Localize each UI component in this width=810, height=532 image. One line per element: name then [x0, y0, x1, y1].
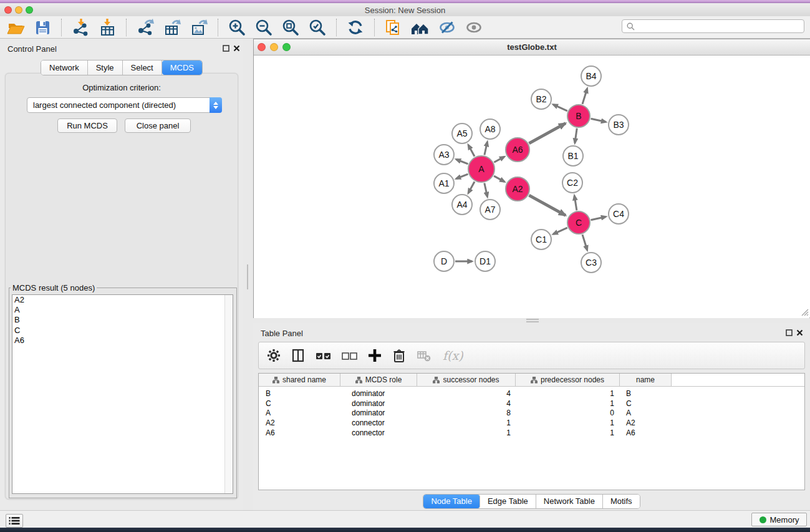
function-builder-button[interactable]: f(x)	[442, 347, 463, 364]
import-table-icon	[98, 18, 117, 37]
node-A7[interactable]: A7	[480, 199, 501, 220]
node-A6[interactable]: A6	[505, 137, 530, 162]
node-A4[interactable]: A4	[451, 194, 473, 215]
mcds-result-item[interactable]: A2	[12, 295, 233, 305]
gear-icon	[267, 349, 281, 362]
table-row[interactable]: Adominator80A	[259, 408, 804, 418]
node-table: shared nameMCDS rolesuccessor nodesprede…	[258, 373, 805, 490]
node-A3[interactable]: A3	[433, 144, 455, 165]
node-B3[interactable]: B3	[608, 114, 629, 135]
fx-icon: f(x)	[442, 347, 463, 364]
node-B[interactable]: B	[567, 104, 591, 128]
svg-text:f(x): f(x)	[443, 349, 463, 362]
delete-column-button[interactable]	[392, 348, 406, 363]
table-row[interactable]: Cdominator41C	[259, 399, 804, 409]
table-row[interactable]: A2connector11A2	[259, 418, 804, 428]
home-button[interactable]	[410, 17, 431, 37]
table-header-row: shared nameMCDS rolesuccessor nodesprede…	[259, 374, 804, 387]
node-B2[interactable]: B2	[531, 89, 552, 110]
delete-table-button[interactable]	[417, 349, 432, 362]
close-panel-icon[interactable]	[233, 45, 240, 52]
copy-network-button[interactable]	[383, 17, 404, 37]
node-A1[interactable]: A1	[433, 173, 455, 194]
search-input[interactable]	[638, 22, 804, 31]
column-header-name[interactable]: name	[620, 374, 672, 386]
run-mcds-button[interactable]: Run MCDS	[57, 118, 117, 133]
tab-node-table[interactable]: Node Table	[423, 495, 480, 508]
import-network-button[interactable]	[70, 17, 91, 37]
search-field[interactable]	[622, 19, 804, 33]
column-header-shared-name[interactable]: shared name	[259, 374, 340, 386]
mcds-result-item[interactable]: B	[12, 315, 233, 325]
node-A[interactable]: A	[468, 155, 495, 183]
network-canvas[interactable]: B4B2BB3A8A5A6A3B1AC2A1A2A4A7C4CC1DD1C3	[254, 56, 809, 318]
node-C[interactable]: C	[567, 211, 591, 235]
status-bar: Memory	[0, 510, 810, 528]
table-tabs-group: Node TableEdge TableNetwork TableMotifs	[423, 494, 640, 509]
select-all-rows-button[interactable]	[316, 350, 331, 361]
node-B1[interactable]: B1	[562, 145, 584, 167]
criterion-dropdown[interactable]: largest connected component (directed)	[27, 97, 222, 113]
toggle-graphics-details-button[interactable]	[436, 17, 458, 37]
save-session-button[interactable]	[32, 17, 53, 37]
zoom-out-button[interactable]	[253, 17, 274, 37]
node-C4[interactable]: C4	[608, 203, 629, 225]
column-header-successor-nodes[interactable]: successor nodes	[417, 374, 516, 386]
float-panel-button[interactable]	[223, 45, 229, 52]
deselect-all-rows-button[interactable]	[342, 350, 357, 361]
tab-network[interactable]: Network	[41, 60, 88, 75]
cell-mcds-role: connector	[340, 428, 417, 437]
node-D[interactable]: D	[433, 251, 455, 272]
cell-predecessor-nodes: 1	[516, 428, 620, 437]
column-header-predecessor-nodes[interactable]: predecessor nodes	[516, 374, 620, 386]
node-D1[interactable]: D1	[475, 251, 496, 272]
tab-style[interactable]: Style	[88, 60, 123, 75]
node-C3[interactable]: C3	[581, 252, 602, 273]
mcds-result-item[interactable]: A6	[12, 336, 233, 346]
close-table-panel-icon[interactable]	[796, 329, 803, 336]
close-panel-button[interactable]: Close panel	[125, 118, 191, 133]
show-hide-button[interactable]	[463, 17, 485, 37]
table-row[interactable]: A6connector11A6	[259, 428, 804, 438]
node-A5[interactable]: A5	[451, 123, 473, 144]
node-B4[interactable]: B4	[581, 65, 602, 87]
zoom-selected-button[interactable]	[307, 17, 328, 37]
task-history-button[interactable]	[6, 514, 23, 528]
export-image-button[interactable]	[188, 17, 210, 37]
export-network-button[interactable]	[135, 17, 156, 37]
tab-motifs[interactable]: Motifs	[603, 495, 640, 508]
add-column-button[interactable]	[368, 349, 382, 362]
column-header-mcds-role[interactable]: MCDS role	[340, 374, 417, 386]
refresh-layout-button[interactable]	[345, 17, 366, 37]
node-A2[interactable]: A2	[505, 177, 530, 201]
node-C1[interactable]: C1	[531, 229, 552, 250]
vertical-divider-handle[interactable]	[247, 264, 251, 277]
tab-mcds[interactable]: MCDS	[162, 60, 202, 75]
float-table-panel-button[interactable]	[786, 329, 793, 336]
memory-button[interactable]: Memory	[751, 513, 807, 526]
mcds-result-item[interactable]: A	[12, 305, 233, 315]
result-list-scrollbar[interactable]	[224, 295, 233, 493]
memory-label: Memory	[770, 515, 799, 525]
resize-grip-icon[interactable]	[801, 308, 809, 316]
node-A8[interactable]: A8	[480, 118, 501, 140]
open-session-button[interactable]	[5, 17, 26, 37]
home-icon	[410, 18, 430, 37]
tab-network-table[interactable]: Network Table	[536, 495, 603, 508]
export-table-button[interactable]	[162, 17, 183, 37]
node-C2[interactable]: C2	[562, 172, 583, 193]
cell-mcds-role: dominator	[340, 409, 417, 417]
zoom-fit-button[interactable]	[280, 17, 301, 37]
mcds-result-item[interactable]: C	[12, 326, 233, 336]
table-settings-button[interactable]	[267, 349, 281, 362]
tab-edge-table[interactable]: Edge Table	[480, 495, 536, 508]
zoom-in-button[interactable]	[226, 17, 248, 37]
select-columns-button[interactable]	[291, 349, 305, 362]
cell-mcds-role: dominator	[340, 399, 417, 408]
checked-boxes-icon	[316, 350, 331, 361]
tab-select[interactable]: Select	[123, 60, 162, 75]
horizontal-divider-handle[interactable]	[526, 319, 539, 322]
table-row[interactable]: Bdominator41B	[259, 389, 804, 399]
mcds-result-legend: MCDS result (5 nodes)	[11, 283, 97, 293]
import-table-button[interactable]	[97, 17, 118, 37]
